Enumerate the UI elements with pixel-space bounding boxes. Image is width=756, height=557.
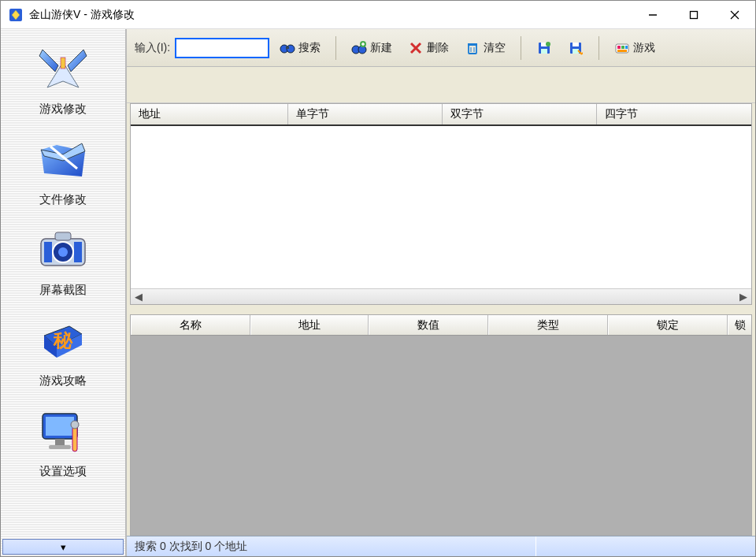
svg-rect-20 [55,439,65,445]
swords-icon [35,40,91,97]
svg-rect-47 [617,46,621,49]
svg-rect-22 [72,426,77,451]
sidebar-expand-button[interactable]: ▾ [2,539,124,555]
sidebar-item-strategy[interactable]: 秘 游戏攻略 [1,306,125,396]
svg-point-41 [546,42,550,46]
column-header-byte4[interactable]: 四字节 [597,104,751,124]
toolbar-spacer [127,67,755,103]
grid-body[interactable] [131,336,751,535]
sidebar-item-label: 屏幕截图 [39,283,87,298]
sidebar: 游戏修改 文件修改 [1,29,127,556]
svg-rect-13 [74,242,82,262]
binoculars-icon [280,40,295,56]
sidebar-item-label: 游戏攻略 [39,373,87,388]
sidebar-item-settings[interactable]: 设置选项 [1,396,125,487]
input-label: 输入(I): [135,41,170,55]
column-header-byte2[interactable]: 双字节 [443,104,597,124]
separator [521,36,521,60]
main-panel: 输入(I): 搜索 新建 删除 清空 [127,29,755,556]
column-header-type[interactable]: 类型 [488,315,608,335]
app-icon [9,8,23,22]
locked-values-grid: 名称 地址 数值 类型 锁定 锁 [130,314,752,536]
column-header-lock[interactable]: 锁定 [608,315,728,335]
svg-rect-35 [468,43,477,46]
monitor-icon [35,403,91,459]
svg-rect-3 [691,11,698,18]
folder-icon [35,131,91,188]
search-input[interactable] [175,38,269,58]
game-icon [614,40,630,56]
svg-rect-48 [621,46,624,49]
toolbar: 输入(I): 搜索 新建 删除 清空 [127,29,755,67]
scroll-right-icon[interactable]: ▶ [736,290,751,304]
window-title: 金山游侠V - 游戏修改 [29,8,632,22]
svg-rect-26 [286,46,289,49]
svg-marker-6 [39,50,58,72]
column-header-byte1[interactable]: 单字节 [288,104,443,124]
sidebar-item-file-modify[interactable]: 文件修改 [1,124,125,215]
grid-header: 名称 地址 数值 类型 锁定 锁 [131,315,751,336]
svg-rect-9 [61,58,65,69]
column-header-lock2[interactable]: 锁 [728,315,751,335]
new-button[interactable]: 新建 [346,36,398,60]
search-results-grid: 地址 单字节 双字节 四字节 ◀ ▶ [130,103,752,305]
sidebar-item-screenshot[interactable]: 屏幕截图 [1,215,125,306]
chevron-down-icon: ▾ [61,541,66,553]
svg-rect-34 [469,45,476,54]
statusbar: 搜索 0 次找到 0 个地址 [127,536,755,556]
save-button[interactable] [531,36,558,60]
separator [335,36,336,60]
svg-rect-12 [44,242,52,262]
sidebar-item-label: 游戏修改 [39,102,87,117]
svg-text:秘: 秘 [53,329,73,351]
titlebar: 金山游侠V - 游戏修改 [1,1,755,29]
svg-rect-19 [46,417,74,436]
svg-rect-49 [625,46,628,49]
svg-rect-43 [573,43,579,46]
book-icon: 秘 [35,312,91,369]
svg-rect-21 [49,445,71,449]
clear-button[interactable]: 清空 [459,36,511,60]
trash-icon [465,40,480,56]
svg-point-23 [71,421,79,429]
svg-rect-40 [541,49,547,54]
floppy-icon [536,40,552,56]
svg-rect-16 [55,232,71,240]
status-spacer [536,537,755,556]
svg-marker-7 [68,50,87,72]
minimize-button[interactable] [632,1,673,29]
x-icon [408,40,424,56]
sidebar-item-label: 文件修改 [39,192,87,207]
sidebar-item-game-modify[interactable]: 游戏修改 [1,34,125,124]
grid-body[interactable] [131,126,751,288]
status-text: 搜索 0 次找到 0 个地址 [127,537,536,556]
open-button[interactable] [562,36,589,60]
svg-rect-50 [617,50,627,52]
grid-header: 地址 单字节 双字节 四字节 [131,104,751,126]
close-button[interactable] [714,1,755,29]
scroll-left-icon[interactable]: ◀ [131,290,146,304]
column-header-address[interactable]: 地址 [131,104,288,124]
horizontal-scrollbar[interactable]: ◀ ▶ [131,288,751,304]
search-button[interactable]: 搜索 [274,36,326,60]
delete-button[interactable]: 删除 [402,36,454,60]
maximize-button[interactable] [673,1,714,29]
column-header-address[interactable]: 地址 [250,315,369,335]
column-header-value[interactable]: 数值 [369,315,488,335]
camera-icon [35,221,91,278]
column-header-name[interactable]: 名称 [131,315,250,335]
sidebar-item-label: 设置选项 [39,464,87,479]
separator [598,36,599,60]
svg-point-15 [58,247,68,257]
binoculars-plus-icon [351,40,367,56]
floppy-open-icon [568,40,584,56]
game-button[interactable]: 游戏 [609,36,661,60]
